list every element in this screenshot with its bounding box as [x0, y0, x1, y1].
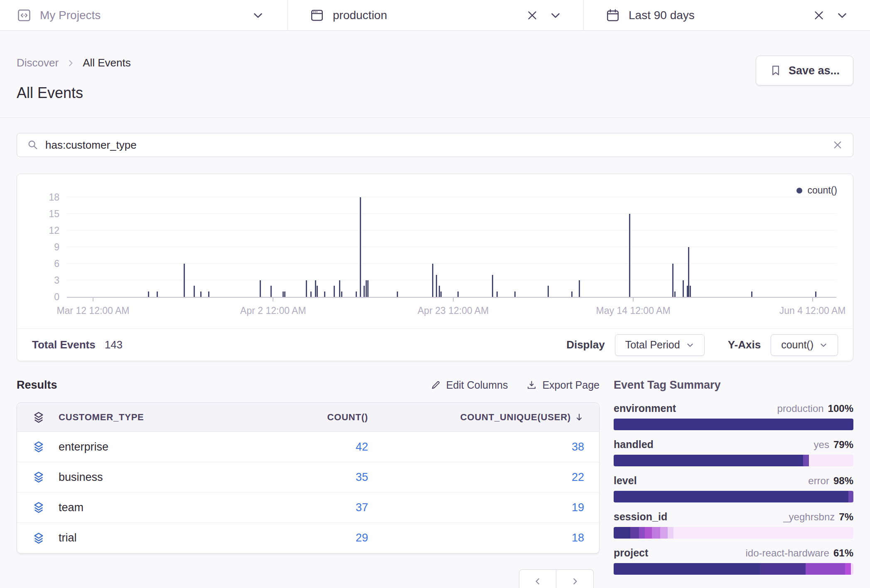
tag-bar-segment[interactable]: [645, 527, 652, 539]
chart-bar[interactable]: [157, 292, 158, 297]
chart-bar[interactable]: [492, 275, 493, 297]
tag-bar-segment[interactable]: [614, 491, 848, 502]
chart-bar[interactable]: [194, 286, 195, 297]
count-unique-link[interactable]: 19: [572, 501, 584, 514]
tag-bar-segment[interactable]: [614, 455, 803, 466]
chart-bar[interactable]: [366, 280, 367, 297]
date-range-filter[interactable]: Last 90 days: [583, 0, 870, 30]
tag-bar-segment[interactable]: [845, 563, 851, 575]
chart-bar[interactable]: [317, 286, 318, 297]
yaxis-select[interactable]: count(): [771, 334, 838, 356]
next-page-button[interactable]: [556, 569, 594, 588]
count-unique-link[interactable]: 38: [572, 441, 584, 453]
tag-bar-segment[interactable]: [660, 527, 667, 539]
tag-bar-segment[interactable]: [614, 527, 630, 539]
chevron-down-icon[interactable]: [549, 9, 562, 22]
chart-bar[interactable]: [283, 292, 284, 297]
chart-bar[interactable]: [356, 292, 357, 297]
clear-search-icon[interactable]: [832, 140, 843, 150]
chart-bar[interactable]: [339, 280, 340, 297]
tag-bar-segment[interactable]: [851, 563, 853, 575]
clear-environment-icon[interactable]: [526, 9, 538, 22]
chevron-down-icon[interactable]: [252, 9, 264, 22]
chart-bar[interactable]: [436, 275, 437, 297]
count-unique-link[interactable]: 18: [572, 532, 584, 544]
count-link[interactable]: 42: [356, 441, 368, 453]
tag-bar-segment[interactable]: [809, 455, 853, 466]
chevron-down-icon[interactable]: [836, 9, 848, 22]
chart-bar[interactable]: [334, 286, 335, 297]
tag-bar-segment[interactable]: [614, 563, 760, 575]
chart-bar[interactable]: [690, 286, 691, 297]
tag-bar-segment[interactable]: [639, 527, 645, 539]
chart-bar[interactable]: [514, 292, 516, 297]
tag-bar-segment[interactable]: [614, 419, 853, 430]
chart-bar[interactable]: [571, 292, 573, 297]
chart-bar[interactable]: [360, 197, 361, 297]
clear-date-icon[interactable]: [813, 9, 825, 22]
chart-bar[interactable]: [457, 292, 459, 297]
chart-bar[interactable]: [440, 292, 442, 297]
breadcrumb-discover[interactable]: Discover: [17, 56, 59, 69]
count-link[interactable]: 37: [356, 501, 368, 514]
chart-bar[interactable]: [260, 280, 261, 297]
chart-bar[interactable]: [367, 280, 369, 297]
count-link[interactable]: 35: [356, 471, 368, 483]
tag-distribution-bar[interactable]: [614, 491, 853, 502]
chart-bar[interactable]: [751, 292, 752, 297]
tag-bar-segment[interactable]: [803, 455, 809, 466]
search-input[interactable]: has:customer_type: [45, 139, 832, 152]
count-link[interactable]: 29: [356, 532, 368, 544]
chart-bar[interactable]: [579, 280, 580, 297]
global-filter-bar: My Projects production: [0, 0, 870, 31]
tag-bar-segment[interactable]: [630, 527, 639, 539]
chart-bar[interactable]: [496, 292, 498, 297]
chart-bar[interactable]: [688, 247, 689, 297]
tag-distribution-bar[interactable]: [614, 527, 853, 539]
edit-columns-button[interactable]: Edit Columns: [430, 379, 508, 391]
count-unique-link[interactable]: 22: [572, 471, 584, 483]
chart-bar[interactable]: [200, 292, 202, 297]
project-filter[interactable]: My Projects: [0, 0, 288, 30]
environment-filter[interactable]: production: [288, 0, 583, 30]
tag-bar-segment[interactable]: [806, 563, 845, 575]
tag-distribution-bar[interactable]: [614, 419, 853, 430]
tag-bar-segment[interactable]: [668, 527, 673, 539]
export-page-button[interactable]: Export Page: [526, 379, 600, 391]
chart-bar[interactable]: [324, 292, 325, 297]
chart-bar[interactable]: [364, 286, 365, 297]
previous-page-button[interactable]: [519, 569, 556, 588]
chart-bar[interactable]: [306, 280, 307, 297]
tag-bar-segment[interactable]: [673, 527, 853, 539]
chart-plot[interactable]: 0369121518: [67, 198, 836, 298]
chart-bar[interactable]: [397, 292, 398, 297]
chart-bar[interactable]: [341, 292, 342, 297]
save-as-button[interactable]: Save as...: [756, 56, 853, 86]
chart-bar[interactable]: [674, 292, 676, 297]
chart-bar[interactable]: [432, 264, 433, 297]
chart-bar[interactable]: [315, 280, 316, 297]
tag-distribution-bar[interactable]: [614, 455, 853, 466]
search-bar[interactable]: has:customer_type: [17, 133, 853, 157]
tag-bar-segment[interactable]: [760, 563, 806, 575]
tag-distribution-bar[interactable]: [614, 563, 853, 575]
chart-bar[interactable]: [683, 280, 684, 297]
display-select[interactable]: Total Period: [615, 334, 705, 356]
column-count[interactable]: COUNT(): [252, 412, 368, 423]
chart-bar[interactable]: [439, 286, 440, 297]
chart-bar[interactable]: [148, 292, 149, 297]
chart-bar[interactable]: [310, 292, 312, 297]
chart-bar[interactable]: [672, 264, 673, 297]
chart-bar[interactable]: [548, 286, 549, 297]
tag-bar-segment[interactable]: [848, 491, 853, 502]
chart-bar[interactable]: [208, 292, 209, 297]
chart-bar[interactable]: [270, 286, 272, 297]
chart-bar[interactable]: [284, 292, 285, 297]
tag-bar-segment[interactable]: [652, 527, 660, 539]
column-count-unique-user[interactable]: COUNT_UNIQUE(USER): [368, 412, 584, 423]
chart-bar[interactable]: [815, 292, 816, 297]
chart-bar[interactable]: [687, 286, 688, 297]
chart-bar[interactable]: [184, 264, 185, 297]
column-customer-type[interactable]: CUSTOMER_TYPE: [59, 412, 252, 423]
chart-bar[interactable]: [629, 214, 630, 297]
